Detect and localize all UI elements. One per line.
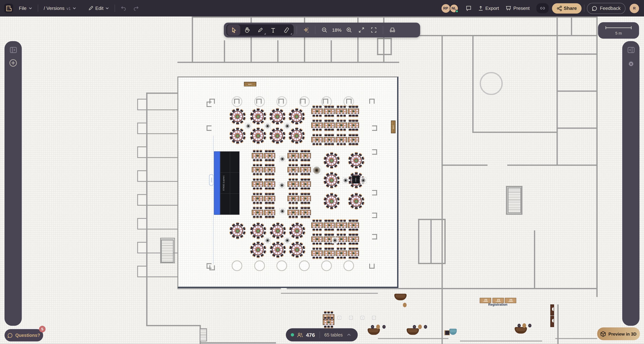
floorplan-canvas[interactable]: BAR 1BAR 2STAGE (Layher)23.53 mSTAGEPhot… — [0, 0, 644, 344]
ottoman[interactable] — [518, 323, 521, 327]
banquet-table-row[interactable] — [288, 207, 311, 219]
zoom-level[interactable]: 18% — [330, 28, 343, 33]
checkin-desk[interactable]: CHECK IN — [505, 298, 516, 303]
placeholder-slot[interactable]: + — [338, 316, 341, 320]
round-table[interactable] — [288, 241, 306, 259]
cabinet[interactable] — [550, 304, 554, 315]
preview-3d-button[interactable]: Preview in 3D — [597, 327, 640, 340]
banquet-table-row[interactable] — [336, 247, 360, 259]
sofa[interactable] — [515, 327, 527, 333]
file-menu[interactable]: File — [16, 3, 35, 13]
banquet-table-row[interactable] — [288, 193, 311, 205]
avatar-rp[interactable]: RP — [441, 4, 450, 13]
teal-sofa[interactable] — [449, 328, 457, 334]
zoom-in-button[interactable] — [343, 25, 355, 36]
banquet-table-row[interactable] — [336, 119, 360, 131]
text-tool[interactable] — [266, 25, 280, 36]
versions-menu[interactable]: / Versions v1 — [40, 3, 79, 13]
select-tool[interactable] — [227, 25, 240, 36]
round-table[interactable] — [288, 222, 306, 240]
banquet-table-row[interactable] — [323, 316, 335, 328]
add-object-button[interactable] — [9, 59, 17, 67]
banquet-table-row[interactable] — [336, 233, 360, 245]
plant-icon[interactable] — [342, 177, 348, 183]
photographer-stage[interactable]: STAGE — [352, 176, 360, 184]
checkin-desk[interactable]: CHECK IN — [480, 298, 491, 303]
banquet-table-row[interactable] — [252, 150, 276, 162]
ai-assist-button[interactable] — [300, 25, 312, 36]
banquet-table-row[interactable] — [336, 105, 360, 117]
large-plant-icon[interactable] — [312, 166, 321, 175]
round-table[interactable] — [228, 127, 246, 145]
banquet-table-row[interactable] — [336, 134, 360, 146]
settings-button[interactable] — [627, 60, 634, 67]
plant-icon[interactable] — [279, 156, 285, 162]
plant-icon[interactable] — [264, 123, 270, 129]
comments-button[interactable] — [462, 3, 474, 14]
placeholder-slot[interactable]: + — [372, 316, 376, 320]
plant-icon[interactable] — [264, 237, 270, 243]
plant-icon[interactable] — [279, 208, 285, 214]
round-table[interactable] — [228, 222, 246, 240]
user-avatar[interactable]: R — [630, 4, 639, 13]
feedback-button[interactable]: Feedback — [587, 3, 626, 14]
ottoman[interactable] — [424, 325, 427, 328]
ottoman[interactable] — [382, 325, 386, 328]
side-table[interactable] — [444, 330, 450, 335]
banquet-table-row[interactable] — [311, 105, 335, 117]
ottoman[interactable] — [528, 323, 532, 327]
ottoman[interactable] — [413, 325, 416, 328]
avatar-nl[interactable]: NL — [450, 4, 458, 13]
toggle-chairs-button[interactable] — [386, 25, 398, 36]
plant-icon[interactable] — [332, 237, 338, 243]
status-bar[interactable]: 476 65 tables — [286, 328, 358, 341]
coffee-table[interactable] — [522, 323, 526, 327]
pan-tool[interactable] — [240, 25, 253, 36]
draw-tool[interactable] — [254, 25, 266, 36]
round-table[interactable] — [268, 107, 286, 125]
round-table[interactable] — [249, 241, 267, 259]
round-table[interactable] — [322, 171, 340, 189]
round-table[interactable] — [347, 192, 365, 210]
round-table[interactable] — [288, 127, 306, 145]
banquet-table-row[interactable] — [288, 164, 311, 176]
cabinet[interactable] — [550, 316, 554, 327]
placeholder-slot[interactable]: + — [349, 316, 353, 320]
coffee-table[interactable] — [376, 324, 380, 329]
banquet-table-row[interactable] — [252, 207, 276, 219]
sofa[interactable] — [406, 328, 419, 335]
plant-icon[interactable] — [279, 182, 285, 188]
plant-icon[interactable] — [284, 237, 290, 243]
banquet-table-row[interactable] — [252, 193, 276, 205]
undo-button[interactable] — [117, 3, 130, 13]
round-table[interactable] — [322, 192, 340, 210]
plant-icon[interactable] — [360, 177, 366, 183]
banquet-table-row[interactable] — [288, 150, 311, 162]
banquet-table-row[interactable] — [311, 247, 335, 259]
round-table[interactable] — [347, 151, 365, 169]
export-button[interactable]: Export — [474, 3, 502, 13]
redo-button[interactable] — [130, 3, 142, 13]
banquet-table-row[interactable] — [311, 134, 335, 146]
bar-1[interactable]: BAR 1 — [244, 82, 256, 86]
led-wall[interactable] — [214, 151, 220, 215]
copy-link-button[interactable] — [536, 3, 548, 13]
banquet-table-row[interactable] — [252, 164, 276, 176]
fit-view-button[interactable] — [355, 25, 368, 36]
app-logo-icon[interactable] — [4, 4, 13, 13]
open-right-panel-button[interactable] — [627, 47, 634, 53]
ottoman[interactable] — [371, 325, 374, 328]
banquet-table-row[interactable] — [311, 119, 335, 131]
round-table[interactable] — [322, 151, 340, 169]
banquet-table-row[interactable] — [252, 178, 276, 190]
fullscreen-button[interactable] — [368, 25, 380, 36]
bar-2[interactable]: BAR 2 — [391, 121, 396, 133]
round-table[interactable] — [249, 127, 267, 145]
placeholder-slot[interactable]: + — [361, 316, 364, 320]
zoom-out-button[interactable] — [318, 25, 330, 36]
questions-button[interactable]: Questions? 5 — [4, 329, 43, 341]
checkin-desk[interactable]: CHECK IN — [492, 298, 504, 303]
sofa[interactable] — [368, 328, 380, 335]
coffee-table[interactable] — [403, 303, 406, 307]
present-button[interactable]: Present — [502, 3, 533, 13]
